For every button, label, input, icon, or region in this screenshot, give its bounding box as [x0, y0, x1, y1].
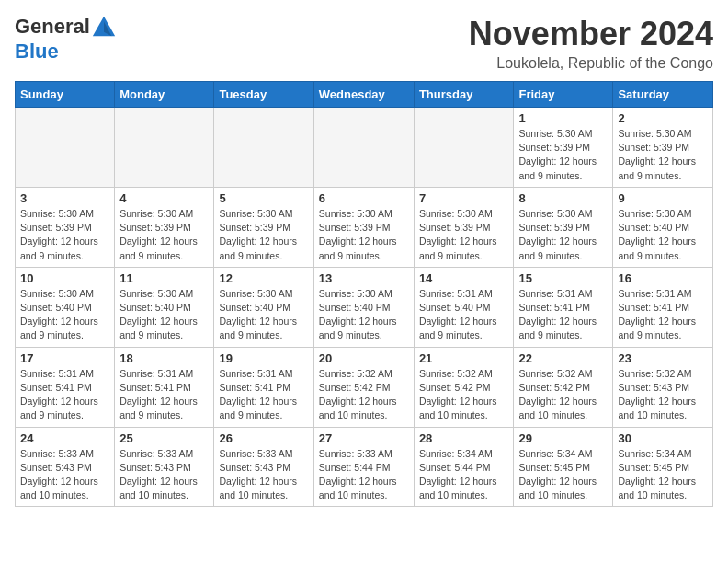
weekday-header: Friday [514, 82, 613, 108]
day-number: 1 [518, 111, 608, 125]
calendar-day-cell: 12Sunrise: 5:30 AMSunset: 5:40 PMDayligh… [214, 267, 313, 347]
calendar-week-row: 24Sunrise: 5:33 AMSunset: 5:43 PMDayligh… [16, 427, 713, 507]
logo: General Blue [15, 15, 118, 63]
calendar-day-cell [115, 108, 214, 188]
day-number: 30 [618, 431, 708, 445]
day-number: 19 [219, 351, 308, 365]
day-info: Sunrise: 5:34 AMSunset: 5:45 PMDaylight:… [518, 447, 608, 503]
day-info: Sunrise: 5:30 AMSunset: 5:40 PMDaylight:… [119, 287, 209, 343]
calendar-day-cell: 13Sunrise: 5:30 AMSunset: 5:40 PMDayligh… [313, 267, 414, 347]
calendar-day-cell: 5Sunrise: 5:30 AMSunset: 5:39 PMDaylight… [214, 187, 313, 267]
day-info: Sunrise: 5:31 AMSunset: 5:41 PMDaylight:… [20, 367, 109, 423]
calendar-week-row: 10Sunrise: 5:30 AMSunset: 5:40 PMDayligh… [16, 267, 713, 347]
day-info: Sunrise: 5:33 AMSunset: 5:44 PMDaylight:… [319, 447, 409, 503]
calendar-day-cell: 2Sunrise: 5:30 AMSunset: 5:39 PMDaylight… [613, 108, 713, 188]
day-number: 7 [419, 191, 509, 205]
day-info: Sunrise: 5:33 AMSunset: 5:43 PMDaylight:… [219, 447, 308, 503]
calendar: SundayMondayTuesdayWednesdayThursdayFrid… [15, 81, 713, 507]
day-info: Sunrise: 5:33 AMSunset: 5:43 PMDaylight:… [20, 447, 109, 503]
calendar-day-cell: 17Sunrise: 5:31 AMSunset: 5:41 PMDayligh… [16, 347, 115, 427]
calendar-day-cell: 25Sunrise: 5:33 AMSunset: 5:43 PMDayligh… [115, 427, 214, 507]
day-info: Sunrise: 5:30 AMSunset: 5:39 PMDaylight:… [518, 127, 608, 183]
calendar-day-cell [313, 108, 414, 188]
calendar-day-cell: 9Sunrise: 5:30 AMSunset: 5:40 PMDaylight… [613, 187, 713, 267]
day-number: 4 [119, 191, 209, 205]
month-title: November 2024 [469, 15, 713, 53]
calendar-day-cell: 11Sunrise: 5:30 AMSunset: 5:40 PMDayligh… [115, 267, 214, 347]
calendar-day-cell: 10Sunrise: 5:30 AMSunset: 5:40 PMDayligh… [16, 267, 115, 347]
day-number: 27 [319, 431, 409, 445]
calendar-week-row: 3Sunrise: 5:30 AMSunset: 5:39 PMDaylight… [16, 187, 713, 267]
header: General Blue November 2024 Loukolela, Re… [15, 15, 713, 72]
day-number: 3 [20, 191, 109, 205]
day-info: Sunrise: 5:34 AMSunset: 5:44 PMDaylight:… [419, 447, 509, 503]
day-info: Sunrise: 5:30 AMSunset: 5:39 PMDaylight:… [319, 207, 409, 263]
day-number: 21 [419, 351, 509, 365]
calendar-day-cell: 22Sunrise: 5:32 AMSunset: 5:42 PMDayligh… [514, 347, 613, 427]
day-number: 23 [618, 351, 708, 365]
day-number: 14 [419, 271, 509, 285]
day-info: Sunrise: 5:32 AMSunset: 5:43 PMDaylight:… [618, 367, 708, 423]
calendar-day-cell: 27Sunrise: 5:33 AMSunset: 5:44 PMDayligh… [313, 427, 414, 507]
weekday-header: Sunday [16, 82, 115, 108]
location-title: Loukolela, Republic of the Congo [469, 55, 713, 72]
weekday-header: Monday [115, 82, 214, 108]
day-number: 26 [219, 431, 308, 445]
day-number: 11 [119, 271, 209, 285]
calendar-day-cell: 18Sunrise: 5:31 AMSunset: 5:41 PMDayligh… [115, 347, 214, 427]
day-number: 13 [319, 271, 409, 285]
calendar-day-cell: 7Sunrise: 5:30 AMSunset: 5:39 PMDaylight… [414, 187, 514, 267]
logo-blue: Blue [15, 40, 59, 63]
day-info: Sunrise: 5:31 AMSunset: 5:41 PMDaylight:… [219, 367, 308, 423]
day-number: 5 [219, 191, 308, 205]
day-info: Sunrise: 5:34 AMSunset: 5:45 PMDaylight:… [618, 447, 708, 503]
day-info: Sunrise: 5:30 AMSunset: 5:40 PMDaylight:… [219, 287, 308, 343]
calendar-day-cell [414, 108, 514, 188]
day-info: Sunrise: 5:30 AMSunset: 5:40 PMDaylight:… [618, 207, 708, 263]
day-number: 29 [518, 431, 608, 445]
weekday-header: Tuesday [214, 82, 313, 108]
day-info: Sunrise: 5:30 AMSunset: 5:39 PMDaylight:… [219, 207, 308, 263]
day-number: 22 [518, 351, 608, 365]
title-area: November 2024 Loukolela, Republic of the… [469, 15, 713, 72]
calendar-day-cell: 3Sunrise: 5:30 AMSunset: 5:39 PMDaylight… [16, 187, 115, 267]
day-info: Sunrise: 5:31 AMSunset: 5:40 PMDaylight:… [419, 287, 509, 343]
day-info: Sunrise: 5:31 AMSunset: 5:41 PMDaylight:… [119, 367, 209, 423]
calendar-day-cell: 6Sunrise: 5:30 AMSunset: 5:39 PMDaylight… [313, 187, 414, 267]
day-number: 20 [319, 351, 409, 365]
calendar-day-cell: 26Sunrise: 5:33 AMSunset: 5:43 PMDayligh… [214, 427, 313, 507]
calendar-day-cell: 1Sunrise: 5:30 AMSunset: 5:39 PMDaylight… [514, 108, 613, 188]
day-number: 17 [20, 351, 109, 365]
calendar-day-cell: 23Sunrise: 5:32 AMSunset: 5:43 PMDayligh… [613, 347, 713, 427]
weekday-header: Thursday [414, 82, 514, 108]
calendar-day-cell [214, 108, 313, 188]
day-info: Sunrise: 5:30 AMSunset: 5:39 PMDaylight:… [20, 207, 109, 263]
calendar-day-cell: 15Sunrise: 5:31 AMSunset: 5:41 PMDayligh… [514, 267, 613, 347]
day-info: Sunrise: 5:31 AMSunset: 5:41 PMDaylight:… [518, 287, 608, 343]
calendar-day-cell: 14Sunrise: 5:31 AMSunset: 5:40 PMDayligh… [414, 267, 514, 347]
calendar-day-cell: 29Sunrise: 5:34 AMSunset: 5:45 PMDayligh… [514, 427, 613, 507]
day-info: Sunrise: 5:32 AMSunset: 5:42 PMDaylight:… [319, 367, 409, 423]
day-info: Sunrise: 5:30 AMSunset: 5:40 PMDaylight:… [20, 287, 109, 343]
day-info: Sunrise: 5:31 AMSunset: 5:41 PMDaylight:… [618, 287, 708, 343]
calendar-day-cell: 24Sunrise: 5:33 AMSunset: 5:43 PMDayligh… [16, 427, 115, 507]
day-number: 16 [618, 271, 708, 285]
calendar-day-cell: 16Sunrise: 5:31 AMSunset: 5:41 PMDayligh… [613, 267, 713, 347]
weekday-header: Wednesday [313, 82, 414, 108]
day-info: Sunrise: 5:32 AMSunset: 5:42 PMDaylight:… [518, 367, 608, 423]
calendar-day-cell: 30Sunrise: 5:34 AMSunset: 5:45 PMDayligh… [613, 427, 713, 507]
day-info: Sunrise: 5:32 AMSunset: 5:42 PMDaylight:… [419, 367, 509, 423]
day-number: 2 [618, 111, 708, 125]
calendar-day-cell: 21Sunrise: 5:32 AMSunset: 5:42 PMDayligh… [414, 347, 514, 427]
day-number: 18 [119, 351, 209, 365]
weekday-header: Saturday [613, 82, 713, 108]
day-info: Sunrise: 5:30 AMSunset: 5:39 PMDaylight:… [518, 207, 608, 263]
calendar-day-cell [16, 108, 115, 188]
calendar-header-row: SundayMondayTuesdayWednesdayThursdayFrid… [16, 82, 713, 108]
day-number: 6 [319, 191, 409, 205]
calendar-week-row: 17Sunrise: 5:31 AMSunset: 5:41 PMDayligh… [16, 347, 713, 427]
day-number: 24 [20, 431, 109, 445]
day-info: Sunrise: 5:33 AMSunset: 5:43 PMDaylight:… [119, 447, 209, 503]
logo-general: General [15, 15, 90, 38]
calendar-day-cell: 4Sunrise: 5:30 AMSunset: 5:39 PMDaylight… [115, 187, 214, 267]
